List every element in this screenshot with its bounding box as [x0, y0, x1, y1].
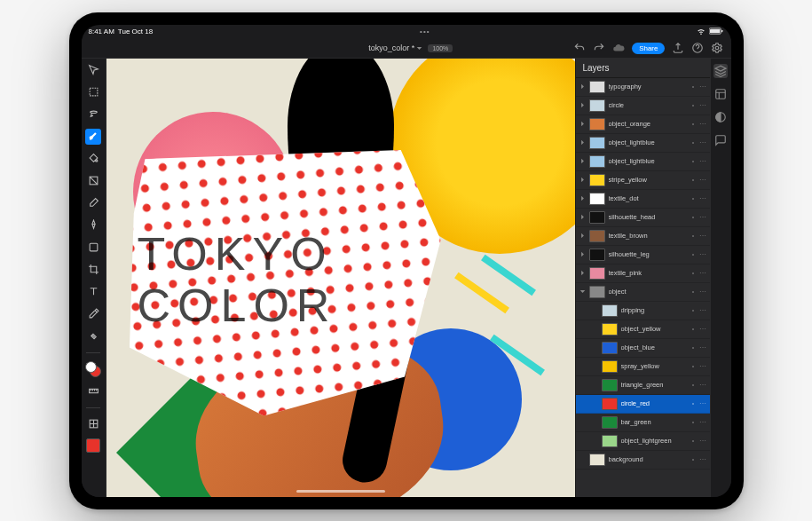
layer-row[interactable]: typography⋯ — [576, 78, 710, 97]
chevron-right-icon[interactable] — [579, 83, 586, 90]
zoom-level[interactable]: 100% — [428, 44, 453, 52]
more-icon[interactable]: ⋯ — [699, 139, 706, 146]
visibility-icon[interactable] — [690, 419, 697, 426]
more-icon[interactable]: ⋯ — [699, 121, 706, 128]
multitask-dots-icon[interactable]: ••• — [420, 28, 430, 36]
home-indicator[interactable] — [296, 490, 385, 493]
chevron-right-icon[interactable] — [579, 102, 586, 108]
more-icon[interactable]: ⋯ — [699, 102, 706, 109]
layer-row[interactable]: background⋯ — [576, 451, 710, 470]
layer-row[interactable]: object⋯ — [576, 283, 710, 302]
layer-row[interactable]: textile_pink⋯ — [576, 264, 710, 283]
tool-move[interactable] — [85, 62, 101, 78]
visibility-icon[interactable] — [690, 158, 697, 165]
visibility-icon[interactable] — [690, 121, 697, 128]
tool-shape[interactable] — [85, 240, 101, 256]
tool-gradient[interactable] — [85, 173, 101, 189]
tool-grid[interactable] — [85, 416, 101, 432]
layer-row[interactable]: dripping⋯ — [576, 302, 710, 320]
layer-row[interactable]: spray_yellow⋯ — [576, 358, 710, 376]
help-icon[interactable] — [691, 42, 704, 54]
foreground-swatch[interactable] — [85, 361, 97, 373]
tool-pen[interactable] — [85, 217, 101, 233]
color-swatches[interactable] — [85, 361, 101, 377]
visibility-icon[interactable] — [690, 270, 697, 277]
more-icon[interactable]: ⋯ — [699, 214, 706, 221]
visibility-icon[interactable] — [690, 139, 697, 146]
layer-row[interactable]: object_lightblue⋯ — [576, 153, 710, 171]
chevron-right-icon[interactable] — [579, 233, 586, 239]
tool-crop[interactable] — [85, 262, 101, 278]
more-icon[interactable]: ⋯ — [699, 251, 706, 258]
layer-row[interactable]: stripe_yellow⋯ — [576, 171, 710, 190]
more-icon[interactable]: ⋯ — [699, 456, 706, 463]
layer-row[interactable]: circle⋯ — [576, 97, 710, 115]
visibility-icon[interactable] — [690, 326, 697, 333]
visibility-icon[interactable] — [690, 177, 697, 184]
layer-row[interactable]: triangle_green⋯ — [576, 376, 710, 395]
more-icon[interactable]: ⋯ — [699, 83, 706, 91]
tool-eraser[interactable] — [85, 195, 101, 211]
layer-row[interactable]: bar_green⋯ — [576, 414, 710, 432]
visibility-icon[interactable] — [690, 307, 697, 314]
layer-row[interactable]: silhouette_head⋯ — [576, 209, 710, 227]
layer-row[interactable]: textile_dot⋯ — [576, 190, 710, 209]
visibility-icon[interactable] — [690, 288, 697, 296]
more-icon[interactable]: ⋯ — [699, 326, 706, 333]
chevron-right-icon[interactable] — [579, 214, 586, 220]
more-icon[interactable]: ⋯ — [699, 363, 706, 370]
chevron-right-icon[interactable] — [579, 139, 586, 146]
visibility-icon[interactable] — [690, 83, 697, 91]
visibility-icon[interactable] — [690, 102, 697, 109]
more-icon[interactable]: ⋯ — [699, 419, 706, 426]
layer-row[interactable]: object_orange⋯ — [576, 115, 710, 134]
properties-tab-icon[interactable] — [713, 87, 728, 101]
comments-tab-icon[interactable] — [713, 133, 728, 147]
visibility-icon[interactable] — [690, 195, 697, 202]
visibility-icon[interactable] — [690, 214, 697, 221]
visibility-icon[interactable] — [690, 233, 697, 240]
share-button[interactable]: Share — [632, 43, 665, 54]
settings-gear-icon[interactable] — [711, 42, 723, 54]
tool-lasso[interactable] — [85, 107, 101, 122]
visibility-icon[interactable] — [690, 438, 697, 445]
export-icon[interactable] — [672, 42, 684, 54]
layer-row[interactable]: object_yellow⋯ — [576, 320, 710, 339]
more-icon[interactable]: ⋯ — [699, 177, 706, 184]
chevron-right-icon[interactable] — [579, 158, 586, 164]
more-icon[interactable]: ⋯ — [699, 195, 706, 202]
visibility-icon[interactable] — [690, 382, 697, 389]
chevron-right-icon[interactable] — [579, 251, 586, 257]
visibility-icon[interactable] — [690, 251, 697, 258]
tool-select[interactable] — [85, 84, 101, 100]
tool-brush[interactable] — [85, 129, 101, 145]
more-icon[interactable]: ⋯ — [699, 270, 706, 277]
chevron-right-icon[interactable] — [579, 270, 586, 276]
layer-row[interactable]: textile_brown⋯ — [576, 227, 710, 246]
layers-tab-icon[interactable] — [713, 64, 728, 78]
active-color-swatch[interactable] — [86, 438, 100, 453]
adjustments-tab-icon[interactable] — [713, 110, 728, 124]
more-icon[interactable]: ⋯ — [699, 307, 706, 314]
chevron-right-icon[interactable] — [579, 195, 586, 201]
layers-list[interactable]: typography⋯circle⋯object_orange⋯object_l… — [576, 78, 710, 497]
tool-eyedrop[interactable] — [85, 306, 101, 322]
more-icon[interactable]: ⋯ — [699, 382, 706, 389]
chevron-right-icon[interactable] — [579, 121, 586, 127]
layer-row[interactable]: silhouette_leg⋯ — [576, 246, 710, 264]
layer-row[interactable]: object_lightblue⋯ — [576, 134, 710, 153]
more-icon[interactable]: ⋯ — [699, 158, 706, 165]
visibility-icon[interactable] — [690, 344, 697, 351]
cloud-sync-icon[interactable] — [612, 42, 625, 54]
more-icon[interactable]: ⋯ — [699, 400, 706, 407]
tool-type[interactable] — [85, 284, 101, 300]
canvas[interactable]: TOKYO COLOR — [106, 59, 575, 497]
layer-row[interactable]: object_blue⋯ — [576, 339, 710, 358]
tool-ruler[interactable] — [85, 383, 101, 399]
more-icon[interactable]: ⋯ — [699, 438, 706, 445]
more-icon[interactable]: ⋯ — [699, 288, 706, 296]
redo-button[interactable] — [593, 42, 605, 54]
layer-row[interactable]: object_lightgreen⋯ — [576, 432, 710, 451]
layer-row[interactable]: circle_red⋯ — [576, 395, 710, 414]
chevron-right-icon[interactable] — [579, 177, 586, 183]
